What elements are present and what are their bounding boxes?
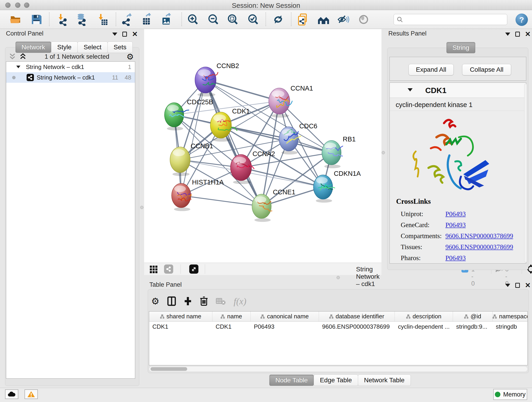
table-row[interactable]: CDK1CDK1P064939606.ENSP00000378699cyclin… <box>149 322 527 332</box>
network-view-icon[interactable] <box>164 264 173 274</box>
collapse-panel-icon[interactable] <box>112 32 117 36</box>
close-panel-icon[interactable]: ✕ <box>525 32 531 37</box>
tab-edge-table[interactable]: Edge Table <box>314 375 358 386</box>
column-header-name[interactable]: name <box>212 312 251 321</box>
collection-expander-icon[interactable] <box>16 65 20 68</box>
crosslink-link[interactable]: P06493 <box>445 221 466 229</box>
apply-layout-button[interactable] <box>272 13 285 26</box>
column-header-@id[interactable]: @id <box>453 312 493 321</box>
scrollbar-thumb[interactable] <box>151 367 187 371</box>
crosslink-link[interactable]: P06493 <box>445 210 466 218</box>
import-table-button[interactable] <box>96 13 109 26</box>
zoom-selected-button[interactable] <box>247 13 259 26</box>
toolbar-separator <box>291 12 291 26</box>
tab-sets[interactable]: Sets <box>108 41 133 53</box>
float-panel-icon[interactable] <box>122 32 127 37</box>
network-node-rb1[interactable]: RB1 <box>322 135 355 168</box>
expand-all-icon[interactable] <box>18 52 27 61</box>
right-splitter-handle[interactable] <box>382 151 385 154</box>
search-input[interactable] <box>403 15 507 24</box>
table-cell[interactable]: stringdb <box>493 322 528 332</box>
detach-view-icon[interactable] <box>189 264 198 274</box>
crosslink-row: Tissues:9606.ENSP00000378699 <box>401 241 520 252</box>
column-header-description[interactable]: description <box>395 312 453 321</box>
network-node-ccnb1[interactable]: CCNB1 <box>170 142 213 176</box>
import-network-file-button[interactable] <box>56 13 69 26</box>
column-header-shared-name[interactable]: shared name <box>149 312 212 321</box>
tab-node-table[interactable]: Node Table <box>269 375 314 386</box>
network-options-gear-icon[interactable]: ⚙ <box>127 52 134 61</box>
tab-network[interactable]: Network <box>15 41 51 53</box>
network-node-cdc25b[interactable]: CDC25B <box>165 98 213 130</box>
export-table-button[interactable] <box>140 13 152 26</box>
table-cell[interactable]: stringdb:9... <box>453 322 493 332</box>
left-splitter-handle[interactable] <box>140 206 143 209</box>
collapse-panel-icon[interactable] <box>505 32 510 36</box>
tab-select[interactable]: Select <box>77 41 108 53</box>
expand-all-button[interactable]: Expand All <box>409 64 454 75</box>
crosslink-link[interactable]: P06493 <box>445 254 466 262</box>
crosslink-link[interactable]: 9606.ENSP00000378699 <box>445 243 513 251</box>
network-node-ccne1[interactable]: CCNE1 <box>252 188 295 222</box>
collapse-all-button[interactable]: Collapse All <box>462 64 511 75</box>
zoom-in-button[interactable] <box>186 13 199 26</box>
entry-expander-icon[interactable] <box>408 88 413 91</box>
export-image-button[interactable] <box>160 13 172 26</box>
help-button[interactable]: ? <box>515 13 528 26</box>
close-panel-icon[interactable]: ✕ <box>132 32 138 37</box>
import-network-database-button[interactable] <box>75 13 88 26</box>
grid-view-icon[interactable] <box>149 264 158 274</box>
tab-network-table[interactable]: Network Table <box>358 375 411 386</box>
float-panel-icon[interactable] <box>515 32 520 37</box>
tab-style[interactable]: Style <box>51 41 78 53</box>
network-edge-ccnb2-ccne1[interactable] <box>206 80 262 206</box>
network-node-ccnb2[interactable]: CCNB2 <box>195 62 239 96</box>
table-cell[interactable]: 9606.ENSP00000378699 <box>319 322 395 332</box>
close-panel-icon[interactable]: ✕ <box>525 283 531 288</box>
network-node-cdc6[interactable]: CDC6 <box>279 122 317 154</box>
zoom-out-button[interactable] <box>207 13 220 26</box>
cloud-status-button[interactable] <box>5 389 18 399</box>
table-cell[interactable]: cyclin-dependent ... <box>395 322 453 332</box>
column-header-canonical-name[interactable]: canonical name <box>251 312 319 321</box>
network-canvas[interactable]: CCNB2CCNA1CDC25BCDK1CDC6RB1CCNB1CCNA2CDK… <box>144 29 381 263</box>
collapse-panel-icon[interactable] <box>505 284 510 287</box>
zoom-fit-button[interactable] <box>226 13 239 26</box>
network-edge-ccnb2-hist1h1a[interactable] <box>181 80 206 196</box>
results-panel-tabs: String <box>447 42 475 53</box>
column-header-database-identifier[interactable]: database identifier <box>319 312 395 321</box>
warning-status-button[interactable] <box>25 389 38 399</box>
tab-string[interactable]: String <box>446 42 475 53</box>
table-cell[interactable]: CDK1 <box>212 322 251 332</box>
network-collection-row[interactable]: String Network – cdk1 1 <box>6 62 135 72</box>
show-columns-icon[interactable] <box>167 296 176 306</box>
bottom-splitter-handle[interactable] <box>336 276 340 279</box>
first-neighbors-button[interactable] <box>317 13 330 26</box>
memory-button[interactable]: Memory <box>493 389 527 400</box>
duplicate-network-button[interactable] <box>297 13 310 26</box>
add-column-icon[interactable] <box>184 297 192 306</box>
table-horizontal-scrollbar[interactable] <box>149 366 528 372</box>
table-cell[interactable]: CDK1 <box>149 322 212 332</box>
table-options-gear-icon[interactable]: ⚙ <box>151 296 159 306</box>
export-network-button[interactable] <box>120 13 133 26</box>
crosslinks-heading: CrossLinks <box>396 197 431 206</box>
crosslink-link[interactable]: 9606.ENSP00000378699 <box>445 232 513 240</box>
entry-header[interactable]: CDK1 <box>390 83 526 98</box>
float-panel-icon[interactable] <box>515 283 520 288</box>
delete-column-icon[interactable] <box>200 296 208 306</box>
network-node-cdkn1a[interactable]: CDKN1A <box>313 170 361 203</box>
network-edge-ccnb2-ccna1[interactable] <box>206 80 279 101</box>
save-session-button[interactable] <box>30 13 43 26</box>
table-cell[interactable]: P06493 <box>251 322 319 332</box>
network-node-hist1h1a[interactable]: HIST1H1A <box>172 179 224 211</box>
hide-selected-button[interactable] <box>337 13 350 26</box>
results-scrollbar[interactable] <box>524 84 527 262</box>
collapse-all-icon[interactable] <box>8 52 17 61</box>
column-header-namespace[interactable]: namespace <box>493 312 528 321</box>
open-session-button[interactable] <box>9 13 22 26</box>
network-edge-hist1h1a-ccne1[interactable] <box>181 196 262 206</box>
show-all-button[interactable] <box>357 13 370 26</box>
crosslink-label: Tissues: <box>401 243 445 251</box>
network-row[interactable]: String Network – cdk1 11 48 <box>6 72 135 83</box>
